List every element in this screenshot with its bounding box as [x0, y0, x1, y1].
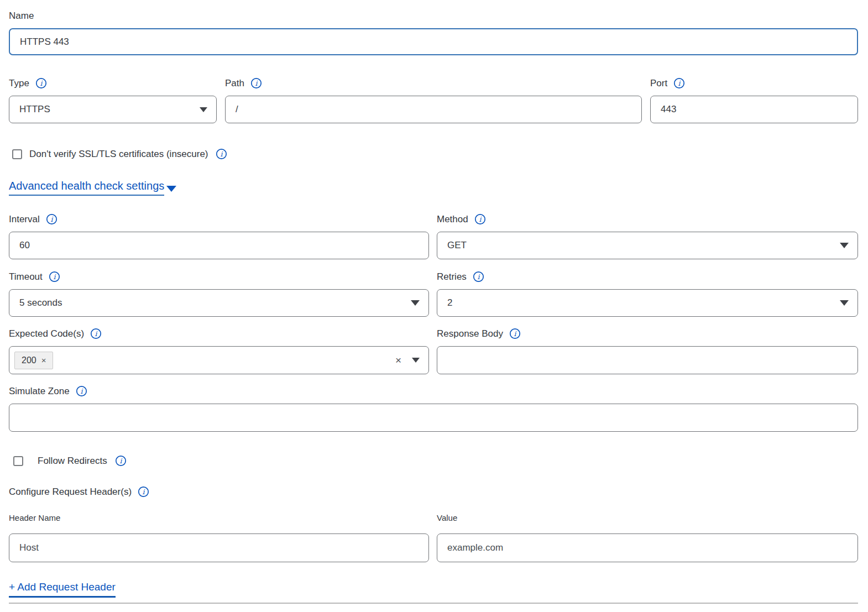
response-body-label: Response Body i	[437, 328, 858, 339]
simulate-zone-input[interactable]	[9, 404, 858, 432]
header-value-field-group: Value	[437, 513, 858, 562]
timeout-select[interactable]: 5 seconds	[9, 289, 429, 317]
info-icon[interactable]: i	[250, 77, 262, 89]
path-field-group: Path i	[225, 77, 642, 123]
multiselect-controls: ×	[395, 355, 420, 365]
type-label-text: Type	[9, 78, 29, 89]
type-label: Type i	[9, 77, 217, 89]
timeout-field-group: Timeout i 5 seconds	[9, 271, 429, 317]
response-body-field-group: Response Body i	[437, 328, 858, 374]
header-name-column-label: Header Name	[9, 513, 429, 523]
type-field-group: Type i HTTPS	[9, 77, 217, 123]
info-icon[interactable]: i	[138, 486, 149, 498]
timeout-label-text: Timeout	[9, 271, 43, 283]
response-body-input[interactable]	[437, 346, 858, 374]
verify-ssl-label: Don't verify SSL/TLS certificates (insec…	[29, 149, 208, 160]
svg-text:i: i	[479, 215, 482, 223]
request-headers-section-label-text: Configure Request Header(s)	[9, 487, 132, 498]
info-icon[interactable]: i	[115, 455, 127, 467]
port-label-text: Port	[650, 78, 667, 89]
interval-label-text: Interval	[9, 214, 40, 225]
timeout-select-value: 5 seconds	[19, 297, 62, 308]
method-field-group: Method i GET	[437, 213, 858, 259]
chevron-down-icon[interactable]	[412, 358, 420, 363]
info-icon[interactable]: i	[473, 271, 484, 283]
header-value-input[interactable]	[437, 533, 858, 562]
method-select-value: GET	[447, 240, 467, 251]
svg-text:i: i	[477, 273, 480, 281]
simulate-zone-label-text: Simulate Zone	[9, 386, 70, 397]
path-label-text: Path	[225, 78, 244, 89]
port-input[interactable]	[650, 96, 858, 123]
info-icon[interactable]: i	[49, 271, 60, 283]
info-icon[interactable]: i	[76, 385, 87, 397]
type-select-value: HTTPS	[19, 104, 50, 115]
chevron-down-icon	[411, 300, 420, 306]
header-value-column-label: Value	[437, 513, 858, 523]
timeout-retries-row: Timeout i 5 seconds Retries i	[9, 271, 858, 317]
request-header-row: Header Name Value	[9, 513, 858, 562]
advanced-settings-toggle[interactable]: Advanced health check settings	[9, 180, 176, 196]
interval-method-row: Interval i Method i GET	[9, 213, 858, 259]
path-input[interactable]	[225, 96, 642, 123]
svg-text:i: i	[80, 387, 83, 395]
interval-input[interactable]	[9, 232, 429, 259]
response-body-label-text: Response Body	[437, 328, 503, 339]
follow-redirects-checkbox[interactable]	[13, 456, 23, 466]
retries-select[interactable]: 2	[437, 289, 858, 317]
simulate-zone-label: Simulate Zone i	[9, 385, 858, 397]
advanced-settings-link-text: Advanced health check settings	[9, 180, 164, 196]
svg-text:i: i	[678, 79, 681, 87]
chip-remove-icon[interactable]: ×	[41, 355, 46, 365]
expected-code-chip: 200 ×	[14, 352, 53, 369]
chevron-down-icon	[840, 243, 849, 248]
info-icon[interactable]: i	[509, 328, 521, 339]
timeout-label: Timeout i	[9, 271, 429, 283]
retries-field-group: Retries i 2	[437, 271, 858, 317]
svg-text:i: i	[53, 273, 56, 281]
info-icon[interactable]: i	[673, 77, 685, 89]
type-path-port-row: Type i HTTPS Path i	[9, 77, 858, 123]
info-icon[interactable]: i	[474, 213, 486, 225]
svg-text:i: i	[143, 488, 145, 496]
svg-text:i: i	[95, 329, 98, 338]
retries-select-value: 2	[447, 297, 452, 308]
expected-codes-field-group: Expected Code(s) i 200 × ×	[9, 328, 429, 374]
chevron-down-icon	[200, 107, 207, 112]
header-name-input[interactable]	[9, 533, 429, 562]
method-select[interactable]: GET	[437, 232, 858, 259]
info-icon[interactable]: i	[35, 77, 47, 89]
info-icon[interactable]: i	[90, 328, 102, 339]
section-divider	[9, 603, 858, 604]
chevron-down-icon	[840, 300, 849, 306]
add-request-header-link[interactable]: + Add Request Header	[9, 581, 116, 598]
port-field-group: Port i	[650, 77, 858, 123]
name-input[interactable]	[9, 28, 858, 55]
request-headers-section-label: Configure Request Header(s) i	[9, 486, 858, 498]
method-label: Method i	[437, 213, 858, 225]
header-name-field-group: Header Name	[9, 513, 429, 562]
verify-ssl-row: Don't verify SSL/TLS certificates (insec…	[12, 148, 858, 160]
codes-body-row: Expected Code(s) i 200 × ×	[9, 328, 858, 374]
name-label: Name	[9, 10, 858, 22]
info-icon[interactable]: i	[216, 148, 227, 160]
svg-text:i: i	[255, 79, 258, 87]
name-label-text: Name	[9, 11, 34, 22]
retries-label: Retries i	[437, 271, 858, 283]
verify-ssl-checkbox[interactable]	[12, 149, 22, 159]
expected-code-chip-value: 200	[22, 355, 36, 365]
follow-redirects-row: Follow Redirects i	[13, 455, 858, 467]
retries-label-text: Retries	[437, 271, 467, 283]
expected-codes-label-text: Expected Code(s)	[9, 328, 84, 339]
svg-text:i: i	[514, 329, 517, 338]
interval-field-group: Interval i	[9, 213, 429, 259]
path-label: Path i	[225, 77, 642, 89]
type-select[interactable]: HTTPS	[9, 96, 217, 123]
info-icon[interactable]: i	[46, 213, 57, 225]
svg-text:i: i	[119, 457, 122, 465]
svg-text:i: i	[40, 79, 43, 87]
name-field-group: Name	[9, 10, 858, 55]
expected-codes-multiselect[interactable]: 200 × ×	[9, 346, 429, 374]
clear-icon[interactable]: ×	[395, 355, 401, 365]
method-label-text: Method	[437, 214, 468, 225]
